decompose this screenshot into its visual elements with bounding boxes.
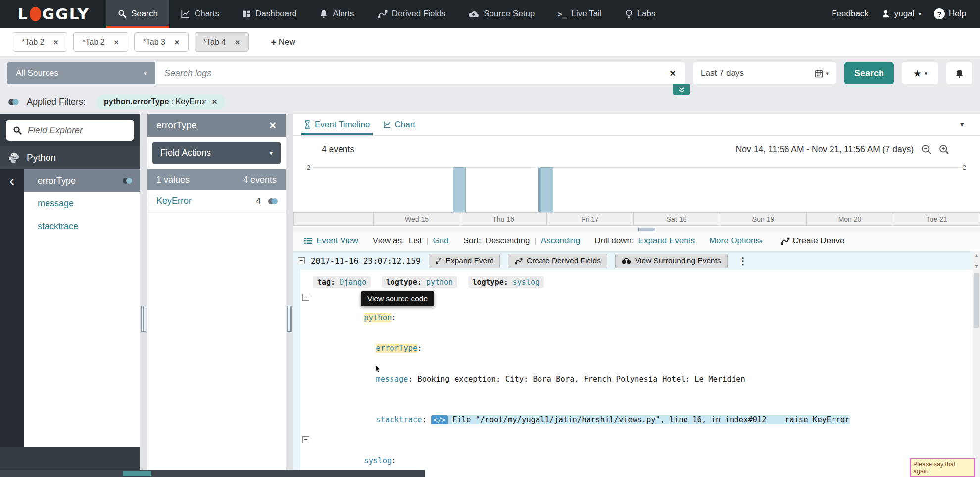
speech-hint-box: Please say that again [910, 458, 975, 477]
close-icon[interactable]: ✕ [114, 39, 119, 46]
field-explorer-search[interactable]: Field Explorer [6, 120, 134, 141]
view-as-list[interactable]: List [409, 236, 422, 246]
scrollbar-thumb[interactable] [974, 273, 979, 328]
nav-item-labs[interactable]: Labs [613, 0, 667, 28]
collapse-timeline-icon[interactable]: ▼ [959, 121, 980, 128]
event-view-toolbar: Event View View as: List | Grid Sort: De… [293, 231, 980, 251]
zoom-in-icon[interactable] [939, 144, 949, 155]
json-key-errortype[interactable]: errorType [376, 344, 417, 353]
tag-badge[interactable]: logtype: syslog [468, 276, 544, 288]
tab-2a[interactable]: *Tab 2✕ [13, 32, 67, 52]
nav-item-live-tail[interactable]: >_ Live Tail [546, 0, 613, 28]
nav-item-derived-fields[interactable]: Derived Fields [366, 0, 457, 28]
sort-descending[interactable]: Descending [486, 236, 530, 246]
bottom-scrollbar[interactable] [0, 470, 425, 477]
event-row-header[interactable]: − 2017-11-16 23:07:12.159 Expand Event C… [293, 251, 973, 270]
bottom-scrollbar-thumb[interactable] [123, 471, 151, 476]
sort-ascending[interactable]: Ascending [541, 236, 580, 246]
view-surrounding-events-button[interactable]: View Surrounding Events [615, 254, 728, 268]
axis-tick-label: Sat 18 [633, 212, 720, 226]
search-bar: All Sources ▾ Search logs ✕ Last 7 days … [0, 56, 980, 90]
source-selector[interactable]: All Sources ▾ [7, 62, 155, 84]
scroll-down-icon[interactable]: ▼ [973, 263, 980, 269]
user-menu[interactable]: yugal ▾ [882, 9, 921, 19]
json-key-message[interactable]: message [376, 375, 408, 383]
resize-grip[interactable] [287, 306, 292, 332]
event-body: tag: Django logtype: python logtype: sys… [293, 270, 973, 477]
collapse-sidebar-strip[interactable]: ‹ [0, 169, 24, 447]
binoculars-icon [622, 258, 631, 264]
more-options-dropdown[interactable]: More Options▾ [709, 236, 763, 246]
lightbulb-icon [625, 9, 633, 19]
field-item-stacktrace[interactable]: stacktrace [24, 215, 140, 238]
field-actions-dropdown[interactable]: Field Actions ▾ [152, 142, 281, 164]
filter-pill-errortype[interactable]: python.errorType : KeyError ✕ [97, 95, 225, 109]
nav-item-charts[interactable]: Charts [169, 0, 231, 28]
event-list-scrollbar[interactable]: ▲ ▼ [973, 251, 980, 477]
clear-search-icon[interactable]: ✕ [670, 69, 676, 78]
tab-chart[interactable]: Chart [383, 114, 416, 135]
tag-badge[interactable]: tag: Django [313, 276, 371, 288]
feedback-link[interactable]: Feedback [832, 9, 869, 19]
tooltip-view-source-code: View source code [361, 291, 434, 306]
star-icon: ★ [913, 68, 922, 79]
tab-4-active[interactable]: *Tab 4✕ [195, 32, 249, 52]
view-source-code-button[interactable]: </> [431, 415, 447, 424]
json-key-python[interactable]: python [364, 313, 392, 322]
json-line-errortype: errorType: [300, 333, 973, 364]
close-icon[interactable]: ✕ [174, 39, 180, 46]
nav-item-source-setup[interactable]: Source Setup [457, 0, 546, 28]
nav-item-dashboard[interactable]: Dashboard [231, 0, 308, 28]
venn-toggle-icon[interactable] [122, 177, 133, 184]
resize-grip[interactable] [141, 306, 146, 332]
time-range-picker[interactable]: Last 7 days ▾ [693, 62, 836, 84]
field-item-errortype[interactable]: errorType [24, 169, 140, 192]
saved-searches-button[interactable]: ★ ▾ [902, 62, 938, 84]
loggly-logo[interactable]: LGGLY [0, 0, 106, 28]
cloud-icon [468, 10, 479, 18]
tab-2b[interactable]: *Tab 2✕ [73, 32, 128, 52]
help-menu[interactable]: ? Help [934, 8, 966, 19]
tag-badge[interactable]: logtype: python [382, 276, 457, 288]
venn-toggle-icon[interactable] [268, 198, 279, 205]
timeline-bar[interactable] [453, 167, 466, 212]
remove-filter-icon[interactable]: ✕ [212, 98, 218, 106]
view-as-grid[interactable]: Grid [433, 236, 449, 246]
nav-item-alerts[interactable]: Alerts [308, 0, 365, 28]
nav-item-search[interactable]: Search [106, 0, 169, 28]
expand-events-link[interactable]: Expand Events [638, 236, 695, 246]
scroll-up-icon[interactable]: ▲ [973, 253, 980, 258]
collapse-icon[interactable]: − [298, 257, 305, 264]
expand-event-button[interactable]: Expand Event [429, 254, 500, 268]
nav-right: Feedback yugal ▾ ? Help [832, 0, 980, 28]
timeline-bar[interactable] [540, 167, 553, 212]
new-tab-button[interactable]: +New [271, 37, 295, 48]
zoom-out-icon[interactable] [921, 144, 931, 155]
expand-search-options-button[interactable] [673, 84, 690, 95]
kebab-menu-icon[interactable]: ⋮ [738, 255, 748, 267]
bell-icon [955, 69, 964, 78]
timeline-scroll-thumb[interactable] [638, 228, 655, 231]
close-icon[interactable]: ✕ [235, 39, 240, 46]
json-key-stacktrace[interactable]: stacktrace [376, 415, 422, 424]
field-group-python[interactable]: Python [0, 146, 140, 169]
tab-3[interactable]: *Tab 3✕ [134, 32, 189, 52]
alerts-button[interactable] [946, 62, 972, 84]
event-view-label[interactable]: Event View [304, 236, 358, 246]
collapse-icon[interactable]: − [302, 436, 309, 443]
double-chevron-down-icon [678, 87, 685, 93]
chevron-left-icon[interactable]: ‹ [9, 172, 14, 189]
search-input[interactable]: Search logs ✕ [155, 62, 685, 84]
search-button[interactable]: Search [844, 62, 894, 84]
event-timestamp: 2017-11-16 23:07:12.159 [311, 256, 421, 266]
value-row-keyerror[interactable]: KeyError 4 [147, 190, 286, 213]
close-panel-icon[interactable]: ✕ [269, 120, 277, 131]
json-key-syslog[interactable]: syslog [364, 456, 392, 465]
collapse-icon[interactable]: − [302, 294, 309, 301]
create-derived-link[interactable]: Create Derive [780, 236, 845, 246]
create-derived-fields-button[interactable]: Create Derived Fields [508, 254, 607, 268]
close-icon[interactable]: ✕ [53, 39, 58, 46]
timeline-plot[interactable] [293, 163, 980, 212]
tab-event-timeline[interactable]: Event Timeline [304, 114, 370, 135]
field-item-message[interactable]: message [24, 192, 140, 215]
